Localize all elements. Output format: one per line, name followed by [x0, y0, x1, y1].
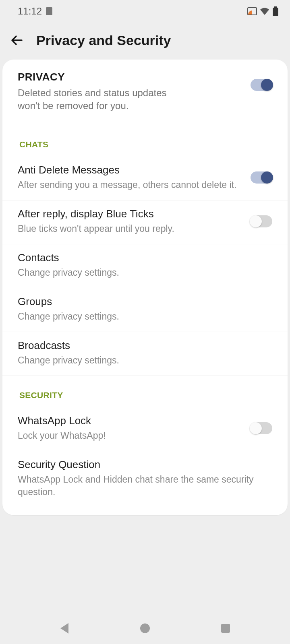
- settings-card: PRIVACY Deleted stories and status updat…: [2, 60, 288, 515]
- status-time: 11:12: [18, 6, 42, 17]
- status-right: [247, 6, 279, 16]
- svg-point-3: [140, 623, 150, 633]
- row-contacts[interactable]: Contacts Change privacy settings.: [2, 244, 288, 288]
- row-title: Groups: [18, 295, 265, 308]
- row-sub: Change privacy settings.: [18, 266, 265, 279]
- anti-delete-toggle[interactable]: [251, 171, 272, 184]
- sd-card-icon: [46, 7, 52, 15]
- row-title: Security Question: [18, 458, 265, 471]
- privacy-toggle-wrap: [251, 71, 288, 91]
- nav-home-button[interactable]: [138, 621, 152, 635]
- row-sub: Change privacy settings.: [18, 310, 265, 323]
- page-header: Privacy and Security: [0, 23, 290, 60]
- privacy-subtitle: Deleted stories and status updates won't…: [2, 87, 251, 113]
- row-sub: Lock your WhatsApp!: [18, 429, 243, 442]
- row-whatsapp-lock[interactable]: WhatsApp Lock Lock your WhatsApp!: [2, 407, 288, 451]
- privacy-heading: PRIVACY: [2, 71, 251, 87]
- svg-rect-2: [273, 8, 278, 16]
- row-sub: Change privacy settings.: [18, 354, 265, 367]
- back-arrow-icon: [10, 33, 24, 47]
- row-groups[interactable]: Groups Change privacy settings.: [2, 288, 288, 332]
- row-title: Contacts: [18, 252, 265, 264]
- row-sub: WhatsApp Lock and Hidden chat share the …: [18, 473, 265, 498]
- triangle-back-icon: [59, 622, 70, 634]
- wifi-icon: [259, 7, 270, 15]
- svg-rect-4: [221, 624, 230, 633]
- status-bar: 11:12: [0, 0, 290, 23]
- system-nav-bar: [0, 613, 290, 644]
- row-security-question[interactable]: Security Question WhatsApp Lock and Hidd…: [2, 451, 288, 507]
- row-sub: After sending you a message, others cann…: [18, 179, 243, 191]
- back-button[interactable]: [9, 32, 25, 48]
- row-title: Broadcasts: [18, 339, 265, 352]
- security-group-label: SECURITY: [2, 376, 288, 407]
- row-blue-ticks[interactable]: After reply, display Blue Ticks Blue tic…: [2, 200, 288, 244]
- square-recents-icon: [220, 623, 231, 634]
- row-title: Anti Delete Messages: [18, 164, 243, 176]
- nav-recents-button[interactable]: [219, 621, 232, 635]
- circle-home-icon: [139, 623, 151, 634]
- row-title: WhatsApp Lock: [18, 415, 243, 427]
- privacy-text: PRIVACY Deleted stories and status updat…: [2, 71, 251, 113]
- page-title: Privacy and Security: [36, 33, 171, 48]
- nav-back-button[interactable]: [58, 621, 71, 635]
- row-anti-delete[interactable]: Anti Delete Messages After sending you a…: [2, 157, 288, 200]
- svg-rect-1: [274, 6, 277, 8]
- row-sub: Blue ticks won't appear until you reply.: [18, 223, 243, 235]
- whatsapp-lock-toggle[interactable]: [251, 422, 272, 434]
- battery-icon: [272, 6, 279, 16]
- row-broadcasts[interactable]: Broadcasts Change privacy settings.: [2, 332, 288, 376]
- row-title: After reply, display Blue Ticks: [18, 208, 243, 220]
- privacy-toggle[interactable]: [251, 79, 272, 91]
- privacy-section[interactable]: PRIVACY Deleted stories and status updat…: [2, 71, 288, 125]
- blue-ticks-toggle[interactable]: [251, 215, 272, 227]
- chats-group-label: CHATS: [2, 125, 288, 157]
- status-left: 11:12: [18, 6, 52, 17]
- cast-icon: [247, 7, 257, 15]
